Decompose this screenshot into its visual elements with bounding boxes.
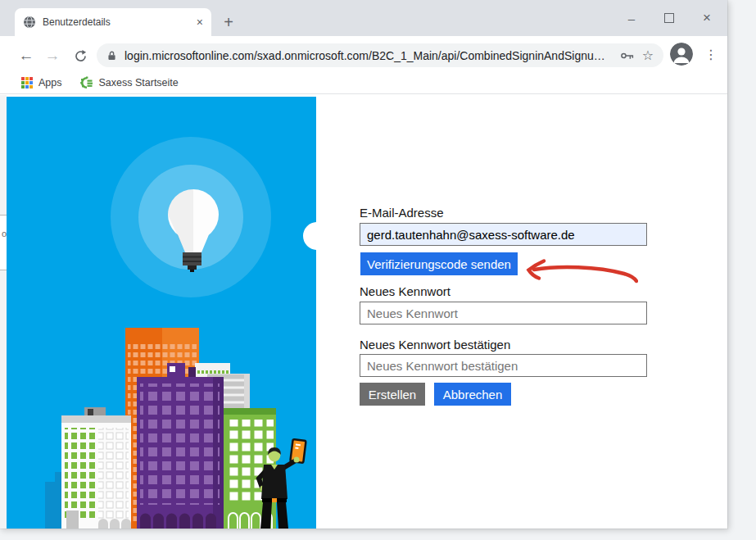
cancel-button[interactable]: Abbrechen [434, 383, 511, 406]
browser-toolbar: ← → login.microsoftonline.com/sxad.onmic… [0, 36, 727, 72]
back-icon[interactable]: ← [15, 44, 38, 67]
new-password-label: Neues Kennwort [360, 284, 450, 298]
minimize-button[interactable]: – [613, 0, 650, 36]
illustration-city-svg [7, 97, 316, 529]
maximize-button[interactable] [650, 0, 688, 36]
browser-window: Benutzerdetails × + – × ← → login.micros… [0, 0, 727, 529]
saxess-gear-icon [80, 76, 93, 89]
desktop: Benutzerdetails × + – × ← → login.micros… [0, 0, 756, 540]
browser-titlebar: Benutzerdetails × + – × [0, 0, 727, 36]
bookmark-star-icon[interactable]: ☆ [642, 48, 654, 63]
background-window-edge [0, 95, 7, 529]
password-key-icon[interactable] [620, 50, 635, 61]
email-label: E-Mail-Adresse [360, 206, 444, 220]
create-button[interactable]: Erstellen [360, 383, 425, 406]
email-field[interactable] [360, 223, 647, 246]
confirm-password-field[interactable] [360, 354, 647, 377]
window-controls: – × [613, 0, 726, 36]
url-text[interactable]: login.microsoftonline.com/sxad.onmicroso… [124, 49, 613, 62]
url-bar[interactable]: login.microsoftonline.com/sxad.onmicroso… [97, 43, 663, 67]
forward-icon[interactable]: → [41, 44, 64, 67]
menu-kebab-icon[interactable]: ⋮ [701, 43, 721, 66]
red-arrow-annotation [519, 256, 638, 293]
apps-grid-icon [21, 77, 33, 88]
bookmark-apps[interactable]: Apps [21, 77, 62, 88]
lock-icon[interactable] [106, 50, 117, 61]
tab-close-icon[interactable]: × [197, 16, 203, 28]
profile-avatar[interactable] [670, 43, 693, 66]
browser-tab[interactable]: Benutzerdetails × [15, 8, 211, 36]
send-verification-code-button[interactable]: Verifizierungscode senden [360, 252, 518, 275]
reload-icon[interactable] [69, 44, 92, 67]
tab-title: Benutzerdetails [43, 16, 197, 28]
new-password-field[interactable] [360, 302, 647, 324]
close-window-button[interactable]: × [688, 0, 726, 36]
bookmark-label: Apps [38, 77, 62, 88]
bookmarks-bar: Apps Saxess Startseite [0, 72, 727, 94]
new-tab-button[interactable]: + [218, 11, 239, 33]
maximize-icon [664, 13, 674, 23]
page-content: o [0, 95, 727, 529]
bookmark-label: Saxess Startseite [99, 77, 179, 88]
globe-favicon-icon [23, 16, 36, 29]
confirm-password-label: Neues Kennwort bestätigen [360, 338, 510, 352]
bookmark-saxess-startseite[interactable]: Saxess Startseite [80, 76, 179, 89]
